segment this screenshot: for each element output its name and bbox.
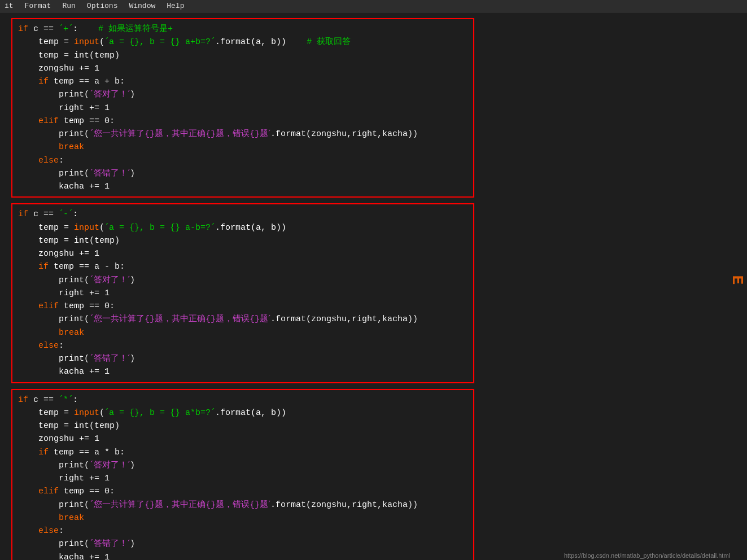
code-text bbox=[18, 169, 59, 178]
code-text: temp = int(temp) bbox=[18, 236, 120, 246]
code-text: : bbox=[73, 24, 98, 34]
code-line: if temp == a * b: bbox=[18, 446, 468, 459]
str-purple: ˊ答错了！ˊ bbox=[89, 539, 130, 549]
code-text: temp = int(temp) bbox=[18, 51, 120, 60]
code-text: zongshu += 1 bbox=[18, 434, 99, 444]
code-text: ) bbox=[130, 461, 135, 470]
menu-bar: it Format Run Options Window Help bbox=[0, 0, 747, 12]
code-text: .format(a, b)) bbox=[215, 223, 286, 233]
str-green: ˊa = {}, b = {} a+b=?ˊ bbox=[104, 37, 215, 47]
code-text bbox=[18, 487, 38, 496]
kw-if: if bbox=[38, 77, 49, 86]
code-line: kacha += 1 bbox=[18, 180, 468, 193]
code-text: ) bbox=[130, 169, 135, 178]
code-text bbox=[18, 539, 59, 549]
code-text bbox=[18, 129, 59, 139]
menu-options[interactable]: Options bbox=[85, 2, 120, 10]
code-text: temp == a - b: bbox=[49, 262, 125, 272]
code-line: break bbox=[18, 511, 468, 524]
code-text: temp == 0: bbox=[59, 116, 115, 126]
code-text: temp = bbox=[18, 408, 74, 418]
code-line: if temp == a + b: bbox=[18, 75, 468, 88]
code-text: : bbox=[59, 526, 64, 536]
str-green: ˊa = {}, b = {} a*b=?ˊ bbox=[104, 408, 215, 418]
code-line: kacha += 1 bbox=[18, 551, 468, 561]
code-line: print(ˊ答对了！ˊ) bbox=[18, 88, 468, 101]
bottom-url: https://blog.csdn.net/matlab_python/arti… bbox=[564, 552, 730, 559]
code-text bbox=[18, 142, 59, 152]
cond-str: ˊ*ˊ bbox=[59, 395, 73, 405]
code-text bbox=[18, 262, 38, 272]
code-text: .format(a, b)) bbox=[215, 37, 307, 47]
code-text: c == bbox=[28, 395, 59, 405]
code-line: temp = int(temp) bbox=[18, 234, 468, 247]
code-text: ( bbox=[99, 223, 104, 233]
func-call: print( bbox=[59, 169, 89, 178]
code-text bbox=[18, 526, 38, 536]
code-line: print(ˊ答对了！ˊ) bbox=[18, 459, 468, 472]
str-purple: ˊ您一共计算了{}题，其中正确{}题，错误{}题ˊ bbox=[89, 500, 270, 510]
code-text bbox=[18, 314, 59, 324]
code-line: print(ˊ答错了！ˊ) bbox=[18, 537, 468, 550]
kw-else: else bbox=[38, 156, 59, 165]
watermark: E bbox=[728, 275, 746, 285]
code-text bbox=[18, 116, 38, 126]
code-text: : bbox=[59, 341, 64, 351]
code-line: temp = input(ˊa = {}, b = {} a*b=?ˊ.form… bbox=[18, 406, 468, 419]
code-text bbox=[18, 77, 38, 86]
code-line: print(ˊ您一共计算了{}题，其中正确{}题，错误{}题ˊ.format(z… bbox=[18, 128, 468, 141]
code-line: if c == ˊ*ˊ: bbox=[18, 393, 468, 406]
kw-else: else bbox=[38, 341, 59, 351]
kw-elif: elif bbox=[38, 116, 59, 126]
kw-if: if bbox=[18, 209, 28, 219]
str-purple: ˊ您一共计算了{}题，其中正确{}题，错误{}题ˊ bbox=[89, 129, 270, 139]
code-text: ( bbox=[99, 408, 104, 418]
code-block-block-plus: if c == ˊ+ˊ: # 如果运算符号是+ temp = input(ˊa … bbox=[11, 18, 474, 198]
func-call: print( bbox=[59, 500, 89, 510]
code-text: temp == a + b: bbox=[49, 77, 125, 86]
code-line: else: bbox=[18, 154, 468, 167]
menu-window[interactable]: Window bbox=[126, 2, 158, 10]
code-text bbox=[18, 90, 59, 99]
func-call: print( bbox=[59, 354, 89, 364]
code-line: kacha += 1 bbox=[18, 365, 468, 378]
code-line: elif temp == 0: bbox=[18, 485, 468, 498]
code-line: print(ˊ答错了！ˊ) bbox=[18, 352, 468, 365]
code-text bbox=[18, 448, 38, 457]
code-text: : bbox=[73, 395, 78, 405]
code-line: print(ˊ您一共计算了{}题，其中正确{}题，错误{}题ˊ.format(z… bbox=[18, 498, 468, 511]
menu-format[interactable]: Format bbox=[23, 2, 54, 10]
code-text bbox=[18, 328, 59, 338]
code-text: temp = bbox=[18, 223, 74, 233]
code-text: : bbox=[59, 156, 64, 165]
code-text: temp = bbox=[18, 37, 74, 47]
code-text: ( bbox=[99, 37, 104, 47]
menu-run[interactable]: Run bbox=[60, 2, 77, 10]
code-line: temp = input(ˊa = {}, b = {} a-b=?ˊ.form… bbox=[18, 221, 468, 234]
menu-help[interactable]: Help bbox=[164, 2, 186, 10]
code-text: right += 1 bbox=[18, 474, 110, 483]
code-line: break bbox=[18, 326, 468, 339]
code-text: ) bbox=[130, 275, 135, 285]
code-line: break bbox=[18, 141, 468, 154]
kw-if: if bbox=[18, 24, 28, 34]
code-text: ) bbox=[130, 90, 135, 99]
str-purple: ˊ答错了！ˊ bbox=[89, 354, 130, 364]
str-purple: ˊ答对了！ˊ bbox=[89, 461, 130, 470]
code-text: .format(zongshu,right,kacha)) bbox=[270, 500, 418, 510]
menu-it[interactable]: it bbox=[2, 2, 16, 10]
code-text bbox=[18, 156, 38, 165]
func-call: print( bbox=[59, 539, 89, 549]
code-text: kacha += 1 bbox=[18, 553, 110, 561]
code-line: print(ˊ答错了！ˊ) bbox=[18, 167, 468, 180]
code-line: zongshu += 1 bbox=[18, 247, 468, 260]
code-text: right += 1 bbox=[18, 288, 110, 298]
code-text: temp == a * b: bbox=[49, 448, 125, 457]
code-text: .format(zongshu,right,kacha)) bbox=[270, 314, 418, 324]
code-line: right += 1 bbox=[18, 287, 468, 300]
code-text: c == bbox=[28, 24, 59, 34]
code-line: right += 1 bbox=[18, 102, 468, 115]
kw-if: if bbox=[38, 448, 49, 457]
cond-str: ˊ+ˊ bbox=[59, 24, 73, 34]
code-line: print(ˊ答对了！ˊ) bbox=[18, 274, 468, 287]
